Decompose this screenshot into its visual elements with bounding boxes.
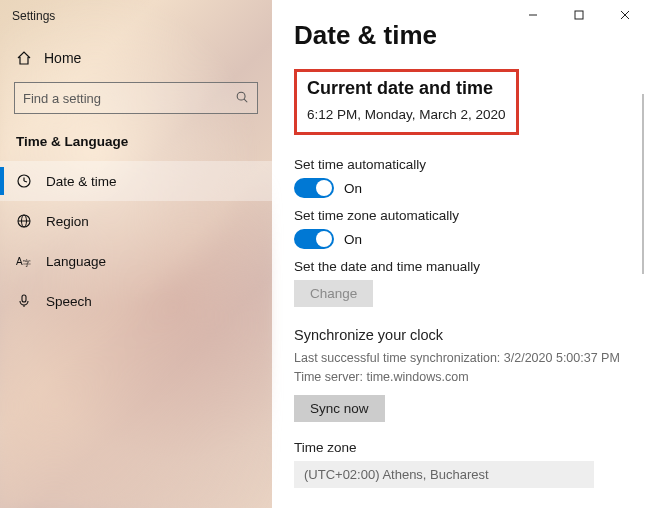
label-set-time-auto: Set time automatically [294,157,626,172]
sync-last: Last successful time synchronization: 3/… [294,349,626,368]
toggle-state: On [344,232,362,247]
search-icon [235,90,249,107]
sidebar-item-region[interactable]: Region [0,201,272,241]
timezone-select[interactable]: (UTC+02:00) Athens, Bucharest [294,461,594,488]
window-title: Settings [0,0,272,32]
label-set-tz-auto: Set time zone automatically [294,208,626,223]
nav-home-label: Home [44,50,81,66]
maximize-button[interactable] [556,0,602,30]
timezone-heading: Time zone [294,440,626,455]
toggle-set-tz-auto[interactable] [294,229,334,249]
svg-rect-14 [22,295,26,302]
settings-window: Settings Home Find a setting Time & Lang… [0,0,648,508]
svg-text:A: A [16,256,23,267]
current-datetime-value: 6:12 PM, Monday, March 2, 2020 [307,107,506,122]
window-controls [510,0,648,30]
content-pane: Date & time Current date and time 6:12 P… [272,0,648,508]
close-button[interactable] [602,0,648,30]
sidebar-item-label: Region [46,214,89,229]
sync-server: Time server: time.windows.com [294,368,626,387]
label-set-manual: Set the date and time manually [294,259,626,274]
svg-line-8 [24,181,27,182]
minimize-button[interactable] [510,0,556,30]
sidebar-item-date-time[interactable]: Date & time [0,161,272,201]
sidebar-item-label: Date & time [46,174,117,189]
sidebar-item-language[interactable]: A字 Language [0,241,272,281]
sync-now-button[interactable]: Sync now [294,395,385,422]
search-placeholder: Find a setting [23,91,235,106]
scrollbar[interactable] [642,94,644,274]
change-button: Change [294,280,373,307]
current-datetime-heading: Current date and time [307,78,506,99]
svg-text:字: 字 [23,259,31,268]
sidebar-category: Time & Language [0,128,272,161]
svg-line-5 [244,99,247,102]
microphone-icon [16,293,32,309]
globe-icon [16,213,32,229]
toggle-state: On [344,181,362,196]
clock-icon [16,173,32,189]
toggle-set-time-auto[interactable] [294,178,334,198]
home-icon [16,50,32,66]
search-input[interactable]: Find a setting [14,82,258,114]
nav-home[interactable]: Home [0,40,272,76]
sidebar-item-speech[interactable]: Speech [0,281,272,321]
timezone-value: (UTC+02:00) Athens, Bucharest [304,467,489,482]
svg-point-4 [237,92,245,100]
sidebar: Settings Home Find a setting Time & Lang… [0,0,272,508]
sidebar-item-label: Language [46,254,106,269]
sync-heading: Synchronize your clock [294,327,626,343]
highlight-current-datetime: Current date and time 6:12 PM, Monday, M… [294,69,519,135]
sidebar-item-label: Speech [46,294,92,309]
svg-rect-1 [575,11,583,19]
language-icon: A字 [16,253,32,269]
